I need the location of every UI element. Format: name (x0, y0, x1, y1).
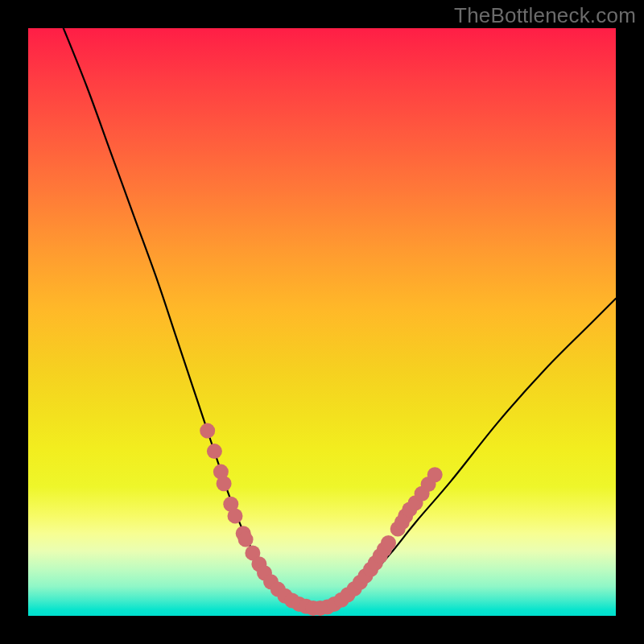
highlight-dot (207, 444, 222, 459)
bottleneck-curve (64, 28, 616, 609)
highlight-dot (200, 423, 215, 439)
highlight-dot (381, 535, 396, 551)
highlight-dot (427, 467, 443, 482)
chart-svg (28, 28, 616, 616)
highlight-dot (217, 476, 232, 491)
chart-frame: TheBottleneck.com (0, 0, 644, 644)
watermark-text: TheBottleneck.com (454, 3, 636, 28)
highlight-dot (228, 508, 243, 523)
plot-area (28, 28, 616, 616)
highlight-dot (238, 532, 254, 547)
highlight-dots (200, 423, 443, 616)
